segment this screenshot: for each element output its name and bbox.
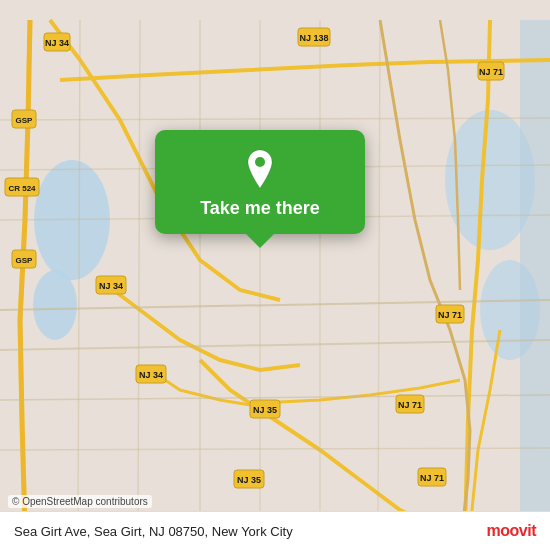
svg-text:NJ 35: NJ 35 (237, 475, 261, 485)
svg-text:NJ 71: NJ 71 (420, 473, 444, 483)
svg-point-2 (33, 270, 77, 340)
svg-rect-5 (520, 20, 550, 530)
svg-text:NJ 34: NJ 34 (45, 38, 69, 48)
moovit-logo: moovit (487, 522, 536, 540)
map-container: NJ 34 NJ 138 NJ 71 GSP CR 524 GSP NJ 34 … (0, 0, 550, 550)
take-me-there-label: Take me there (200, 198, 320, 220)
svg-point-45 (255, 157, 265, 167)
address-label: Sea Girt Ave, Sea Girt, NJ 08750, New Yo… (14, 524, 293, 539)
popup-card[interactable]: Take me there (155, 130, 365, 234)
svg-text:NJ 138: NJ 138 (299, 33, 328, 43)
map-svg: NJ 34 NJ 138 NJ 71 GSP CR 524 GSP NJ 34 … (0, 0, 550, 550)
osm-text: © OpenStreetMap contributors (12, 496, 148, 507)
svg-text:NJ 34: NJ 34 (139, 370, 163, 380)
svg-text:NJ 35: NJ 35 (253, 405, 277, 415)
svg-text:NJ 71: NJ 71 (438, 310, 462, 320)
svg-text:NJ 34: NJ 34 (99, 281, 123, 291)
location-pin-icon (239, 148, 281, 190)
svg-text:GSP: GSP (16, 256, 34, 265)
svg-text:GSP: GSP (16, 116, 34, 125)
svg-text:NJ 71: NJ 71 (479, 67, 503, 77)
svg-text:NJ 71: NJ 71 (398, 400, 422, 410)
svg-text:CR 524: CR 524 (8, 184, 36, 193)
moovit-logo-text: moovit (487, 522, 536, 540)
osm-attribution: © OpenStreetMap contributors (8, 495, 152, 508)
bottom-bar: Sea Girt Ave, Sea Girt, NJ 08750, New Yo… (0, 511, 550, 550)
